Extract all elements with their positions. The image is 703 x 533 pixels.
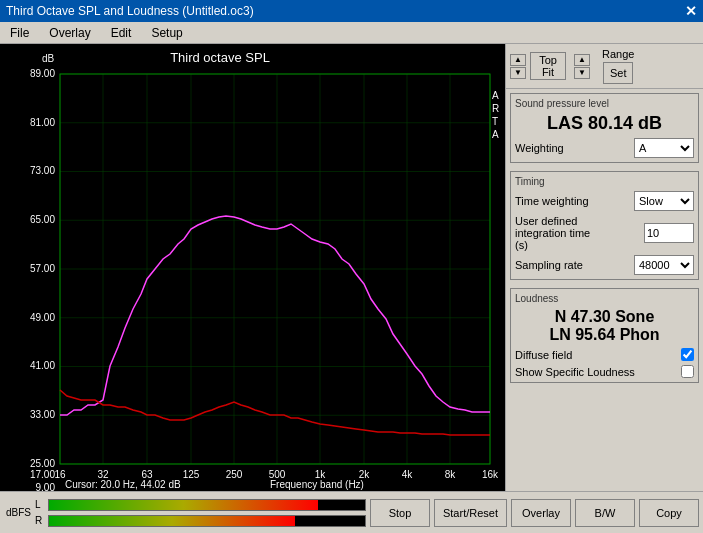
range-up-arrow[interactable]: ▲ bbox=[574, 54, 590, 66]
chart-area: Third octave SPL dB 89.00 81.00 73.00 65… bbox=[0, 44, 505, 533]
svg-text:125: 125 bbox=[183, 469, 200, 480]
svg-text:89.00: 89.00 bbox=[30, 68, 55, 79]
range-arrow-group: ▲ ▼ bbox=[574, 54, 590, 79]
sampling-rate-dropdown[interactable]: 44100 48000 96000 bbox=[634, 255, 694, 275]
svg-text:25.00: 25.00 bbox=[30, 458, 55, 469]
l-label: L bbox=[35, 499, 45, 510]
svg-text:A: A bbox=[492, 129, 499, 140]
weighting-dropdown[interactable]: A B C Z bbox=[634, 138, 694, 158]
menu-file[interactable]: File bbox=[4, 24, 35, 42]
svg-text:49.00: 49.00 bbox=[30, 312, 55, 323]
range-group: Range Set bbox=[602, 48, 634, 84]
weighting-row: Weighting A B C Z bbox=[515, 138, 694, 158]
spl-title: Sound pressure level bbox=[515, 98, 694, 109]
sampling-rate-label: Sampling rate bbox=[515, 259, 583, 271]
menu-setup[interactable]: Setup bbox=[145, 24, 188, 42]
bw-button[interactable]: B/W bbox=[575, 499, 635, 527]
svg-text:8k: 8k bbox=[445, 469, 457, 480]
range-label: Range bbox=[602, 48, 634, 60]
svg-text:T: T bbox=[492, 116, 498, 127]
svg-text:16k: 16k bbox=[482, 469, 499, 480]
title-bar: Third Octave SPL and Loudness (Untitled.… bbox=[0, 0, 703, 22]
loudness-phon: LN 95.64 Phon bbox=[515, 326, 694, 344]
level-row-l: L bbox=[35, 498, 366, 512]
menu-edit[interactable]: Edit bbox=[105, 24, 138, 42]
set-button[interactable]: Set bbox=[603, 62, 633, 84]
level-row-r: R bbox=[35, 514, 366, 528]
r-label: R bbox=[35, 515, 45, 526]
range-down-arrow[interactable]: ▼ bbox=[574, 67, 590, 79]
svg-text:Frequency band (Hz): Frequency band (Hz) bbox=[270, 479, 364, 490]
top-fit-button[interactable]: Top Fit bbox=[530, 52, 566, 80]
show-specific-checkbox[interactable] bbox=[681, 365, 694, 378]
svg-text:A: A bbox=[492, 90, 499, 101]
level-bars: L R bbox=[35, 498, 366, 528]
loudness-title: Loudness bbox=[515, 293, 694, 304]
top-up-arrow[interactable]: ▲ bbox=[510, 54, 526, 66]
svg-text:17.00: 17.00 bbox=[30, 469, 55, 480]
top-controls: ▲ ▼ Top Fit ▲ ▼ Range Set bbox=[506, 44, 703, 89]
svg-text:Cursor:  20.0 Hz, 44.02 dB: Cursor: 20.0 Hz, 44.02 dB bbox=[65, 479, 181, 490]
svg-rect-0 bbox=[0, 44, 505, 491]
copy-button[interactable]: Copy bbox=[639, 499, 699, 527]
svg-text:41.00: 41.00 bbox=[30, 360, 55, 371]
menu-overlay[interactable]: Overlay bbox=[43, 24, 96, 42]
svg-text:65.00: 65.00 bbox=[30, 214, 55, 225]
main-content: Third octave SPL dB 89.00 81.00 73.00 65… bbox=[0, 44, 703, 533]
spl-value: LAS 80.14 dB bbox=[515, 113, 694, 134]
window-title: Third Octave SPL and Loudness (Untitled.… bbox=[6, 4, 254, 18]
svg-text:4k: 4k bbox=[402, 469, 414, 480]
stop-button[interactable]: Stop bbox=[370, 499, 430, 527]
show-specific-row: Show Specific Loudness bbox=[515, 365, 694, 378]
svg-text:33.00: 33.00 bbox=[30, 409, 55, 420]
top-down-arrow[interactable]: ▼ bbox=[510, 67, 526, 79]
show-specific-label: Show Specific Loudness bbox=[515, 366, 635, 378]
close-button[interactable]: ✕ bbox=[685, 3, 697, 19]
right-panel: ▲ ▼ Top Fit ▲ ▼ Range Set Sound pressure… bbox=[505, 44, 703, 533]
svg-text:73.00: 73.00 bbox=[30, 165, 55, 176]
integration-label: User defined integration time (s) bbox=[515, 215, 605, 251]
time-weighting-label: Time weighting bbox=[515, 195, 589, 207]
diffuse-row: Diffuse field bbox=[515, 348, 694, 361]
level-fill-l bbox=[49, 500, 318, 510]
diffuse-checkbox[interactable] bbox=[681, 348, 694, 361]
level-bar-r bbox=[48, 515, 366, 527]
dbfs-label: dBFS bbox=[6, 507, 31, 518]
top-arrow-group: ▲ ▼ bbox=[510, 54, 526, 79]
level-fill-r bbox=[49, 516, 295, 526]
level-bar-l bbox=[48, 499, 366, 511]
loudness-sone: N 47.30 Sone bbox=[515, 308, 694, 326]
svg-text:250: 250 bbox=[226, 469, 243, 480]
svg-text:9.00: 9.00 bbox=[36, 482, 56, 491]
overlay-button[interactable]: Overlay bbox=[511, 499, 571, 527]
svg-text:57.00: 57.00 bbox=[30, 263, 55, 274]
integration-row: User defined integration time (s) bbox=[515, 215, 694, 251]
svg-text:Third octave SPL: Third octave SPL bbox=[170, 50, 270, 65]
timing-title: Timing bbox=[515, 176, 694, 187]
svg-text:dB: dB bbox=[42, 53, 55, 64]
time-weighting-dropdown[interactable]: Fast Slow Impulse bbox=[634, 191, 694, 211]
bottom-bar: dBFS L R Stop Start/Reset Overlay B/W Co… bbox=[0, 491, 703, 533]
start-reset-button[interactable]: Start/Reset bbox=[434, 499, 507, 527]
sampling-rate-row: Sampling rate 44100 48000 96000 bbox=[515, 255, 694, 275]
loudness-section: Loudness N 47.30 Sone LN 95.64 Phon Diff… bbox=[510, 288, 699, 383]
diffuse-label: Diffuse field bbox=[515, 349, 572, 361]
time-weighting-row: Time weighting Fast Slow Impulse bbox=[515, 191, 694, 211]
spl-section: Sound pressure level LAS 80.14 dB Weight… bbox=[510, 93, 699, 163]
integration-input[interactable] bbox=[644, 223, 694, 243]
weighting-label: Weighting bbox=[515, 142, 564, 154]
svg-text:81.00: 81.00 bbox=[30, 117, 55, 128]
menu-bar: File Overlay Edit Setup bbox=[0, 22, 703, 44]
svg-text:R: R bbox=[492, 103, 499, 114]
timing-section: Timing Time weighting Fast Slow Impulse … bbox=[510, 171, 699, 280]
